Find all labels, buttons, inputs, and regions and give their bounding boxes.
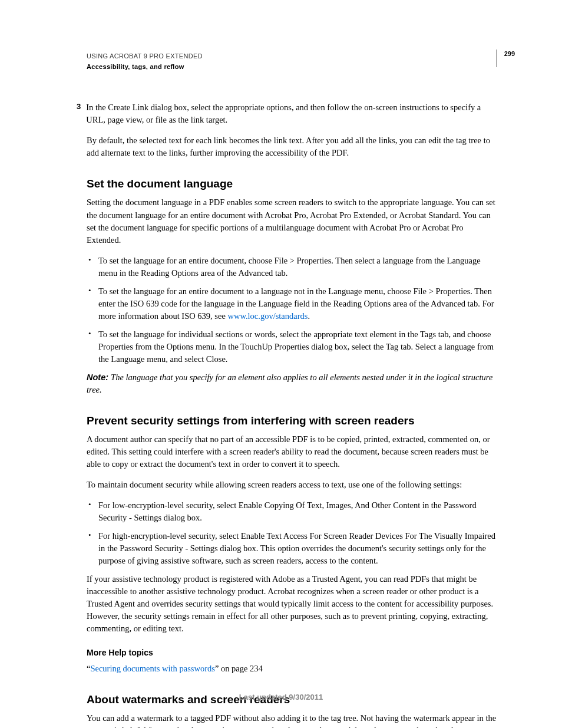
page-number: 299 [497, 50, 515, 67]
iso-639-link[interactable]: www.loc.gov/standards [227, 311, 308, 321]
document-title: USING ACROBAT 9 PRO EXTENDED [87, 52, 203, 61]
header-left: USING ACROBAT 9 PRO EXTENDED Accessibili… [87, 52, 203, 72]
section-name: Accessibility, tags, and reflow [87, 62, 203, 72]
page-header: USING ACROBAT 9 PRO EXTENDED Accessibili… [87, 52, 498, 72]
help-link-tail: ” on page 234 [215, 664, 263, 673]
note: Note: The language that you specify for … [87, 371, 498, 396]
step-text: In the Create Link dialog box, select th… [86, 101, 498, 126]
list-item: To set the language for an entire docume… [98, 255, 498, 279]
paragraph-watermark: You can add a watermark to a tagged PDF … [87, 712, 498, 728]
note-text: The language that you specify for an ele… [87, 373, 492, 394]
step-3: 3 In the Create Link dialog box, select … [87, 101, 498, 126]
help-link-line: “Securing documents with passwords” on p… [87, 663, 498, 675]
more-help-heading: More Help topics [87, 647, 498, 658]
step-number: 3 [77, 101, 81, 126]
heading-prevent-security: Prevent security settings from interferi… [87, 413, 498, 429]
paragraph-lang-intro: Setting the document language in a PDF e… [87, 196, 498, 246]
bullet-text-post: . [308, 311, 310, 321]
paragraph-security-intro: A document author can specify that no pa… [87, 433, 498, 470]
language-bullet-list: To set the language for an entire docume… [87, 255, 498, 365]
paragraph-default-link-text: By default, the selected text for each l… [87, 134, 498, 159]
paragraph-trusted-agent: If your assistive technology product is … [87, 573, 498, 635]
note-label: Note: [87, 373, 111, 382]
heading-set-document-language: Set the document language [87, 176, 498, 192]
paragraph-security-maintain: To maintain document security while allo… [87, 479, 498, 491]
list-item: For high-encryption-level security, sele… [98, 530, 498, 567]
securing-documents-link[interactable]: Securing documents with passwords [90, 664, 214, 673]
list-item: For low-encryption-level security, selec… [98, 499, 498, 524]
list-item: To set the language for an entire docume… [98, 285, 498, 322]
security-bullet-list: For low-encryption-level security, selec… [87, 499, 498, 567]
list-item: To set the language for individual secti… [98, 328, 498, 365]
footer-last-updated: Last updated 9/30/2011 [0, 692, 562, 703]
